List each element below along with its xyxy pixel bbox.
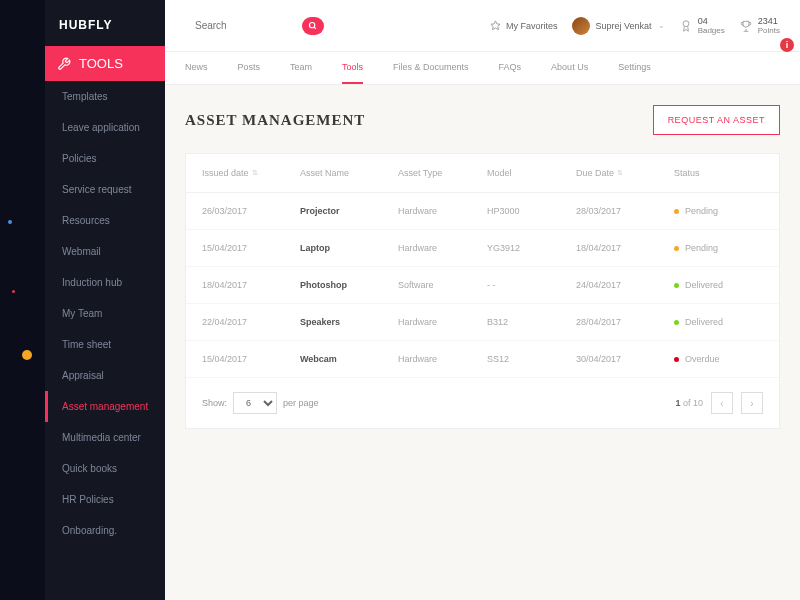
- per-page-select[interactable]: 6: [233, 392, 277, 414]
- status-dot: [674, 320, 679, 325]
- search-input[interactable]: [185, 14, 302, 37]
- table-row[interactable]: 26/03/2017ProjectorHardwareHP300028/03/2…: [186, 193, 779, 230]
- search-button[interactable]: [302, 17, 323, 35]
- cell-type: Hardware: [398, 317, 487, 327]
- tab-about-us[interactable]: About Us: [551, 52, 588, 84]
- cell-model: HP3000: [487, 206, 576, 216]
- sidebar-item-resources[interactable]: Resources: [45, 205, 165, 236]
- decoration-dot: [22, 350, 32, 360]
- sidebar-item-policies[interactable]: Policies: [45, 143, 165, 174]
- cell-name: Speakers: [300, 317, 398, 327]
- status-dot: [674, 209, 679, 214]
- cell-due: 30/04/2017: [576, 354, 674, 364]
- search-box: [185, 14, 324, 37]
- chevron-down-icon: ⌄: [658, 21, 665, 30]
- status-dot: [674, 357, 679, 362]
- col-asset-name[interactable]: Asset Name: [300, 168, 398, 178]
- badges-count: 04: [698, 16, 725, 26]
- table-header: Issued date⇅ Asset Name Asset Type Model…: [186, 154, 779, 193]
- page-info: 1 of 10: [675, 398, 703, 408]
- sidebar-item-templates[interactable]: Templates: [45, 81, 165, 112]
- cell-name: Webcam: [300, 354, 398, 364]
- table-row[interactable]: 15/04/2017WebcamHardwareSS1230/04/2017Ov…: [186, 341, 779, 378]
- show-label: Show:: [202, 398, 227, 408]
- sidebar-item-multimedia-center[interactable]: Multimedia center: [45, 422, 165, 453]
- topbar: My Favorites Suprej Venkat ⌄ 04Badges 23…: [165, 0, 800, 52]
- tools-header-label: TOOLS: [79, 56, 123, 71]
- tools-header: TOOLS: [45, 46, 165, 81]
- trophy-icon: [739, 19, 753, 33]
- svg-point-0: [310, 23, 315, 28]
- table-row[interactable]: 15/04/2017LaptopHardwareYG391218/04/2017…: [186, 230, 779, 267]
- sidebar-item-leave-application[interactable]: Leave application: [45, 112, 165, 143]
- cell-name: Laptop: [300, 243, 398, 253]
- cell-model: YG3912: [487, 243, 576, 253]
- per-page-label: per page: [283, 398, 319, 408]
- table-row[interactable]: 22/04/2017SpeakersHardwareB31228/04/2017…: [186, 304, 779, 341]
- cell-status: Overdue: [674, 354, 763, 364]
- main-area: My Favorites Suprej Venkat ⌄ 04Badges 23…: [165, 0, 800, 600]
- cell-issued: 26/03/2017: [202, 206, 300, 216]
- sidebar-item-webmail[interactable]: Webmail: [45, 236, 165, 267]
- svg-line-1: [314, 27, 316, 29]
- sidebar-item-my-team[interactable]: My Team: [45, 298, 165, 329]
- tab-tools[interactable]: Tools: [342, 52, 363, 84]
- sort-icon: ⇅: [617, 169, 623, 177]
- col-asset-type[interactable]: Asset Type: [398, 168, 487, 178]
- next-page-button[interactable]: ›: [741, 392, 763, 414]
- cell-name: Photoshop: [300, 280, 398, 290]
- tab-faqs[interactable]: FAQs: [499, 52, 522, 84]
- tab-news[interactable]: News: [185, 52, 208, 84]
- cell-due: 28/04/2017: [576, 317, 674, 327]
- cell-issued: 15/04/2017: [202, 243, 300, 253]
- my-favorites[interactable]: My Favorites: [490, 20, 558, 31]
- cell-status: Delivered: [674, 280, 763, 290]
- col-issued-date[interactable]: Issued date⇅: [202, 168, 300, 178]
- sidebar-item-induction-hub[interactable]: Induction hub: [45, 267, 165, 298]
- tab-team[interactable]: Team: [290, 52, 312, 84]
- star-icon: [490, 20, 501, 31]
- badges-label: Badges: [698, 26, 725, 35]
- cell-model: SS12: [487, 354, 576, 364]
- sidebar-item-asset-management[interactable]: Asset management: [45, 391, 165, 422]
- cell-status: Pending: [674, 206, 763, 216]
- points-count: 2341: [758, 16, 780, 26]
- sidebar-item-onboarding-[interactable]: Onboarding.: [45, 515, 165, 546]
- page-title: ASSET MANAGEMENT: [185, 112, 365, 129]
- user-menu[interactable]: Suprej Venkat ⌄: [572, 17, 665, 35]
- assets-table: Issued date⇅ Asset Name Asset Type Model…: [185, 153, 780, 429]
- sidebar-item-service-request[interactable]: Service request: [45, 174, 165, 205]
- cell-status: Delivered: [674, 317, 763, 327]
- brand-logo: HUBFLY: [45, 0, 165, 46]
- cell-type: Software: [398, 280, 487, 290]
- sidebar-item-quick-books[interactable]: Quick books: [45, 453, 165, 484]
- request-asset-button[interactable]: REQUEST AN ASSET: [653, 105, 780, 135]
- cell-status: Pending: [674, 243, 763, 253]
- tab-files-documents[interactable]: Files & Documents: [393, 52, 469, 84]
- cell-type: Hardware: [398, 243, 487, 253]
- sidebar-item-appraisal[interactable]: Appraisal: [45, 360, 165, 391]
- sort-icon: ⇅: [252, 169, 258, 177]
- info-badge-icon[interactable]: i: [780, 38, 794, 52]
- sidebar-item-time-sheet[interactable]: Time sheet: [45, 329, 165, 360]
- content: ASSET MANAGEMENT REQUEST AN ASSET Issued…: [165, 85, 800, 600]
- table-footer: Show: 6 per page 1 of 10 ‹ ›: [186, 378, 779, 428]
- tab-settings[interactable]: Settings: [618, 52, 651, 84]
- cell-issued: 18/04/2017: [202, 280, 300, 290]
- col-status[interactable]: Status: [674, 168, 763, 178]
- prev-page-button[interactable]: ‹: [711, 392, 733, 414]
- points-stat: 2341Points: [739, 16, 780, 35]
- status-dot: [674, 283, 679, 288]
- table-row[interactable]: 18/04/2017PhotoshopSoftware- -24/04/2017…: [186, 267, 779, 304]
- avatar: [572, 17, 590, 35]
- cell-name: Projector: [300, 206, 398, 216]
- badge-icon: [679, 19, 693, 33]
- status-dot: [674, 246, 679, 251]
- tab-posts[interactable]: Posts: [238, 52, 261, 84]
- svg-marker-2: [491, 21, 500, 30]
- col-model[interactable]: Model: [487, 168, 576, 178]
- cell-type: Hardware: [398, 206, 487, 216]
- col-due-date[interactable]: Due Date⇅: [576, 168, 674, 178]
- cell-issued: 15/04/2017: [202, 354, 300, 364]
- sidebar-item-hr-policies[interactable]: HR Policies: [45, 484, 165, 515]
